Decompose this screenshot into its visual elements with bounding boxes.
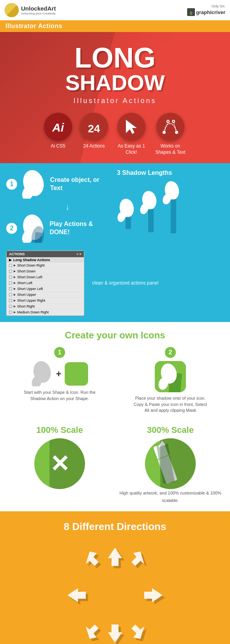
action-play-3: ▶ xyxy=(14,276,16,279)
ai-label: Ai CS5 xyxy=(51,143,65,149)
gray-bird-svg xyxy=(31,361,53,386)
gr-text: graphicriver xyxy=(196,9,225,15)
create-icons-title: Create your own Icons xyxy=(6,330,224,341)
actions-panel-controls: ≡ × xyxy=(76,252,81,256)
icon-demo-step2: 2 Place your shadow onto of your icon. C… xyxy=(117,347,224,413)
action-play-1: ▶ xyxy=(14,264,16,267)
scale-100: 100% Scale ✕ xyxy=(6,425,113,489)
svg-rect-33 xyxy=(171,199,176,233)
num-circle: 24 xyxy=(80,113,108,141)
svg-text:24: 24 xyxy=(88,123,100,135)
action-item-7: ▶ Short Upper Right xyxy=(7,298,84,304)
only-on-label: Only On: xyxy=(211,4,225,8)
step1-caption: Start with your Shape & Icon. Run the Sh… xyxy=(21,390,99,402)
num-label: 24 Actions xyxy=(83,143,104,149)
hero-icon-ai: Ai Ai CS5 xyxy=(44,113,72,155)
blue-top: 1 Create object, or Text ↓ 2 Play Action… xyxy=(6,169,224,247)
blue-bottom: ACTIONS ≡ × ▶ Long Shadow Actions ▶ Shor… xyxy=(6,251,224,316)
action-item-1: ▶ Short Down Right xyxy=(7,263,84,269)
graphicriver-logo: g graphicriver xyxy=(187,8,225,16)
action-play-2: ▶ xyxy=(14,270,16,273)
actions-panel-header-text: ACTIONS xyxy=(9,252,25,256)
svg-rect-27 xyxy=(126,217,131,229)
logo-text: UnlockedArt Unlocking your Creativity xyxy=(21,5,56,15)
three-birds-row xyxy=(117,180,224,240)
step2-caption: Place your shadow onto of your icon. Cop… xyxy=(131,395,209,413)
logo-name: UnlockedArt xyxy=(21,5,56,12)
action-item-8: ▶ Short Right xyxy=(7,304,84,310)
logo-area: UnlockedArt Unlocking your Creativity xyxy=(5,3,56,17)
directions-title: 8 Different Directions xyxy=(6,521,224,533)
icon-demo-row: 1 + Start with your Shape & Icon. Run th… xyxy=(6,347,224,413)
step-1-badge: 1 xyxy=(6,179,17,190)
step-2-row: 2 Play Actions & DONE! xyxy=(6,213,113,243)
svg-marker-58 xyxy=(67,588,86,602)
bird-short-shadow xyxy=(117,197,136,240)
action-play-5: ▶ xyxy=(14,287,16,290)
hero-icon-24: 24 24 Actions xyxy=(80,113,108,155)
scale-section: 100% Scale ✕ 300% Scale High quality art… xyxy=(0,421,230,511)
graphicriver-badge: Only On: g graphicriver xyxy=(187,4,225,16)
svg-text:Ai: Ai xyxy=(52,121,64,134)
svg-marker-56 xyxy=(108,624,122,643)
svg-marker-52 xyxy=(108,548,122,566)
step-2-text: Play Actions & DONE! xyxy=(50,220,113,237)
action-checkbox-2 xyxy=(9,270,12,273)
step-1-bird xyxy=(21,169,46,199)
svg-point-3 xyxy=(11,11,12,12)
shadow-lengths: 3 Shadow Lengths xyxy=(117,169,224,247)
action-label-5: Short Upper Left xyxy=(17,287,43,291)
arrows-container xyxy=(60,541,170,644)
create-icons-section: Create your own Icons 1 + Start with you… xyxy=(0,322,230,421)
action-item-3: ▶ Short Down Left xyxy=(7,274,84,280)
svg-text:g: g xyxy=(189,10,192,15)
svg-marker-54 xyxy=(144,588,163,602)
result-icon-svg xyxy=(155,361,186,392)
action-item-2: ▶ Short Down xyxy=(7,269,84,274)
scale-300-title: 300% Scale xyxy=(117,425,224,435)
action-label-1: Short Down Right xyxy=(17,263,45,267)
arrows-main-svg xyxy=(60,541,170,644)
hero-section: LONG SHADOW Illustrator Actions Ai Ai CS… xyxy=(0,32,230,163)
action-label-4: Short Left xyxy=(17,281,32,285)
bird-medium-shadow xyxy=(140,189,159,240)
step-2-green-badge: 2 xyxy=(165,347,176,358)
step-2-bird xyxy=(21,213,46,243)
orange-banner: Illustrator Actions xyxy=(0,20,230,32)
action-checkbox-5 xyxy=(9,287,12,290)
directions-section: 8 Different Directions xyxy=(0,511,230,644)
ai-circle: Ai xyxy=(44,113,72,141)
header: UnlockedArt Unlocking your Creativity On… xyxy=(0,0,230,20)
shape-label: Works on Shapes & Text xyxy=(155,143,186,155)
actions-panel-title: ▶ Long Shadow Actions xyxy=(7,257,84,263)
svg-rect-30 xyxy=(148,209,154,232)
x-icon: ✕ xyxy=(50,450,69,477)
banner-text: Illustrator Actions xyxy=(5,23,62,29)
action-label-9: Medium Down Right xyxy=(17,310,49,314)
action-checkbox-1 xyxy=(9,264,12,267)
cursor-circle xyxy=(117,113,145,141)
logo-icon xyxy=(5,3,19,17)
action-item-4: ▶ Short Left xyxy=(7,280,84,286)
actions-panel-header: ACTIONS ≡ × xyxy=(7,251,84,257)
svg-point-12 xyxy=(156,113,184,141)
action-label-6: Short Upper xyxy=(17,293,36,297)
action-item-6: ▶ Short Upper xyxy=(7,292,84,298)
hero-icon-shape: Works on Shapes & Text xyxy=(155,113,186,155)
svg-marker-59 xyxy=(86,551,99,566)
step-1-text: Create object, or Text xyxy=(50,176,113,192)
action-play-7: ▶ xyxy=(14,299,16,302)
gr-icon: g xyxy=(187,8,195,16)
svg-marker-57 xyxy=(86,624,99,639)
logo-tagline: Unlocking your Creativity xyxy=(21,12,56,15)
action-item-9: ▶ Medium Down Right xyxy=(7,310,84,315)
blue-steps: 1 Create object, or Text ↓ 2 Play Action… xyxy=(6,169,113,247)
cursor-label: As Easy as 1 Click! xyxy=(116,143,147,155)
action-checkbox-3 xyxy=(9,276,12,279)
svg-point-0 xyxy=(5,3,19,17)
hero-icons-row: Ai Ai CS5 24 24 Actions As E xyxy=(8,113,222,155)
bird-long-shadow xyxy=(162,180,182,240)
x-shadow-300 xyxy=(160,438,196,489)
shape-circle xyxy=(156,113,184,141)
green-icon-result xyxy=(155,361,186,392)
